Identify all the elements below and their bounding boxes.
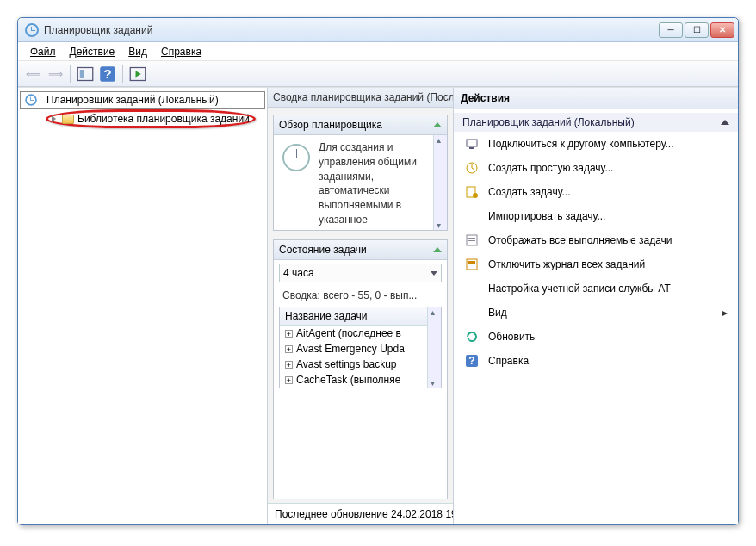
maximize-button[interactable]: ☐ <box>685 22 709 38</box>
summary-header: Сводка планировщика заданий (После <box>268 88 453 108</box>
menubar: Файл Действие Вид Справка <box>18 42 738 61</box>
svg-rect-7 <box>469 147 474 149</box>
toolbar-separator <box>70 65 71 83</box>
svg-text:?: ? <box>103 66 111 81</box>
list-item[interactable]: +AitAgent (последнее в <box>280 326 441 341</box>
refresh-icon <box>464 329 480 344</box>
scrollbar[interactable] <box>433 135 447 230</box>
expander-icon[interactable] <box>52 115 56 122</box>
list-header[interactable]: Название задачи <box>280 307 441 326</box>
window-title: Планировщик заданий <box>44 24 657 36</box>
chevron-down-icon <box>431 271 437 276</box>
plus-icon[interactable]: + <box>285 345 293 353</box>
action-connect[interactable]: Подключиться к другому компьютеру... <box>454 132 738 156</box>
show-hide-tree-button[interactable] <box>76 65 95 84</box>
blank-icon <box>464 281 480 296</box>
menu-file[interactable]: Файл <box>23 44 63 59</box>
collapse-icon[interactable] <box>721 120 729 125</box>
clock-icon <box>25 23 39 37</box>
plus-icon[interactable]: + <box>285 330 293 338</box>
clock-icon <box>282 144 310 171</box>
titlebar: Планировщик заданий ─ ☐ ✕ <box>18 18 738 42</box>
svg-rect-1 <box>80 70 84 78</box>
last-refresh: Последнее обновление 24.02.2018 19: <box>268 503 453 524</box>
list-item[interactable]: +Avast Emergency Upda <box>280 341 441 357</box>
wizard-icon <box>464 160 480 176</box>
action-disable-history[interactable]: Отключить журнал всех заданий <box>454 252 738 276</box>
help-icon: ? <box>464 353 480 369</box>
tree-library[interactable]: Библиотека планировщика заданий <box>20 109 265 129</box>
window-controls: ─ ☐ ✕ <box>657 22 734 38</box>
console-tree: Планировщик заданий (Локальный) Библиоте… <box>18 88 268 524</box>
plus-icon[interactable]: + <box>285 361 293 369</box>
highlight-annotation: Библиотека планировщика заданий <box>46 109 256 128</box>
overview-title: Обзор планировщика <box>279 119 382 131</box>
main-area: Планировщик заданий (Локальный) Библиоте… <box>18 87 738 524</box>
actions-header: Действия <box>454 88 738 109</box>
svg-rect-6 <box>467 140 477 146</box>
status-panel: Состояние задачи 4 часа Сводка: всего - … <box>273 239 448 499</box>
actions-context: Планировщик заданий (Локальный) <box>454 113 738 132</box>
action-show-running[interactable]: Отображать все выполняемые задачи <box>454 228 738 252</box>
tree-root-label: Планировщик заданий (Локальный) <box>46 94 219 106</box>
action-at-account[interactable]: Настройка учетной записи службы AT <box>454 276 738 301</box>
svg-rect-14 <box>467 259 477 270</box>
task-list: Название задачи +AitAgent (последнее в +… <box>279 307 442 388</box>
collapse-icon[interactable] <box>433 247 442 252</box>
clock-icon <box>25 94 37 106</box>
forward-button[interactable]: ⟹ <box>46 65 65 84</box>
svg-rect-15 <box>468 261 475 264</box>
combo-value: 4 часа <box>283 267 314 279</box>
tree-root[interactable]: Планировщик заданий (Локальный) <box>20 91 265 109</box>
plus-icon[interactable]: + <box>285 376 293 384</box>
list-item[interactable]: +Avast settings backup <box>280 357 441 372</box>
time-range-combo[interactable]: 4 часа <box>279 264 442 282</box>
history-icon <box>464 257 480 272</box>
task-scheduler-window: Планировщик заданий ─ ☐ ✕ Файл Действие … <box>17 17 739 525</box>
blank-icon <box>464 305 480 320</box>
running-tasks-icon <box>464 233 480 248</box>
summary-pane: Сводка планировщика заданий (После Обзор… <box>268 88 454 524</box>
summary-line: Сводка: всего - 55, 0 - вып... <box>274 286 447 305</box>
action-create[interactable]: Создать задачу... <box>454 180 738 204</box>
submenu-arrow-icon <box>722 307 728 319</box>
action-refresh[interactable]: Обновить <box>454 325 738 349</box>
svg-rect-12 <box>468 238 475 239</box>
folder-icon <box>62 115 74 124</box>
action-view[interactable]: Вид <box>454 301 738 325</box>
svg-text:?: ? <box>468 355 474 367</box>
svg-point-10 <box>473 193 478 198</box>
action-create-basic[interactable]: Создать простую задачу... <box>454 156 738 180</box>
run-button[interactable] <box>128 65 147 84</box>
computer-icon <box>464 136 480 152</box>
svg-marker-5 <box>136 71 141 78</box>
toolbar-separator <box>122 65 123 83</box>
back-button[interactable]: ⟸ <box>23 65 42 84</box>
svg-rect-13 <box>468 240 475 241</box>
help-button[interactable]: ? <box>98 65 117 84</box>
list-item[interactable]: +CacheTask (выполняе <box>280 372 441 388</box>
overview-panel: Обзор планировщика Для создания и управл… <box>273 115 448 231</box>
close-button[interactable]: ✕ <box>710 22 734 38</box>
toolbar: ⟸ ⟹ ? <box>18 61 738 87</box>
collapse-icon[interactable] <box>433 122 442 127</box>
tree-library-label: Библиотека планировщика заданий <box>77 113 250 125</box>
actions-pane: Действия Планировщик заданий (Локальный)… <box>454 88 738 524</box>
scrollbar[interactable] <box>427 307 441 388</box>
action-import[interactable]: Импортировать задачу... <box>454 204 738 228</box>
import-icon <box>464 208 480 224</box>
menu-action[interactable]: Действие <box>63 44 122 59</box>
action-help[interactable]: ? Справка <box>454 349 738 373</box>
menu-view[interactable]: Вид <box>121 44 154 59</box>
create-task-icon <box>464 184 480 200</box>
overview-text: Для создания и управления общими задания… <box>319 140 442 225</box>
menu-help[interactable]: Справка <box>154 44 208 59</box>
status-title: Состояние задачи <box>279 244 367 256</box>
minimize-button[interactable]: ─ <box>659 22 683 38</box>
